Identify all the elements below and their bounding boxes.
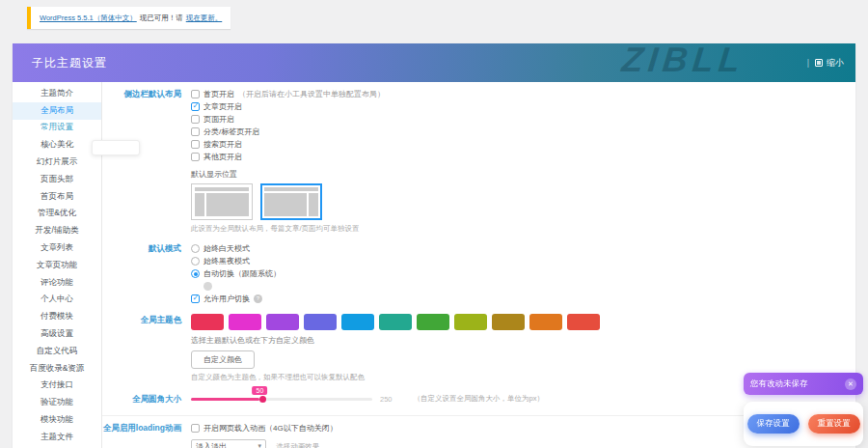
radio-dark-mode[interactable]: 始终黑夜模式 — [191, 255, 846, 267]
checkbox-other-enable[interactable]: 其他页开启 — [191, 151, 846, 163]
settings-main: 侧边栏默认布局 首页开启 （开启后请在小工具设置中单独配置布局） 文章页开启 页… — [102, 82, 855, 448]
panel-header: 子比主题设置 ZIBLL | 缩小 — [13, 43, 855, 82]
sidebar-item-comments[interactable]: 评论功能 — [13, 274, 101, 292]
checkbox-post-enable[interactable]: 文章页开启 — [191, 100, 846, 113]
radius-slider[interactable]: 50 — [191, 398, 372, 401]
color-swatch[interactable] — [567, 314, 600, 330]
collapse-panel-button[interactable]: | 缩小 — [807, 43, 844, 82]
radio-light-mode[interactable]: 始终白天模式 — [191, 242, 846, 255]
actions-card: 保存设置 重置设置 — [744, 402, 863, 446]
sidebar-item-payment-api[interactable]: 支付接口 — [13, 378, 101, 395]
custom-color-button[interactable]: 自定义颜色 — [191, 350, 255, 369]
setting-label: 默认模式 — [102, 242, 191, 305]
setting-label: 全局主题色 — [102, 314, 191, 382]
animation-note: 选择动画效果 — [276, 442, 319, 448]
color-hint: 选择主题默认色或在下方自定义颜色 — [191, 335, 846, 346]
color-swatch[interactable] — [417, 314, 449, 330]
settings-sidebar: 主题简介 全局布局 常用设置 核心美化 幻灯片展示 页面头部 首页布局 管理&优… — [13, 82, 102, 448]
color-swatch[interactable] — [454, 314, 487, 330]
zibll-watermark: ZIBLL — [620, 43, 746, 80]
mode-extra-icon — [203, 282, 212, 291]
checkbox-search-enable[interactable]: 搜索页开启 — [191, 138, 846, 151]
close-icon[interactable]: ✕ — [845, 378, 856, 390]
chevron-down-icon: ▾ — [258, 442, 261, 448]
sidebar-item-advanced[interactable]: 高级设置 — [13, 325, 101, 343]
radio-auto-mode[interactable]: 自动切换（跟随系统） — [191, 267, 846, 280]
sidebar-item-verification[interactable]: 验证功能 — [13, 394, 101, 411]
checkbox-icon[interactable] — [191, 90, 200, 98]
color-swatch[interactable] — [492, 314, 525, 330]
slider-thumb[interactable] — [259, 396, 266, 403]
collapse-label: 缩小 — [827, 57, 844, 70]
notice-text: 现已可用！请 — [140, 14, 183, 23]
sidebar-item-core-beautify[interactable]: 核心美化 — [13, 136, 101, 154]
sidebar-item-post-page[interactable]: 文章页功能 — [13, 257, 101, 274]
sidebar-item-theme-files[interactable]: 主题文件 — [13, 429, 101, 446]
sidebar-item-paid-modules[interactable]: 付费模块 — [13, 308, 101, 325]
help-icon[interactable]: ? — [254, 294, 262, 303]
update-now-link[interactable]: 现在更新。 — [186, 14, 223, 23]
layout-thumb-sidebar-right[interactable] — [260, 183, 322, 220]
layout-thumb-sidebar-left[interactable] — [191, 183, 253, 220]
slider-note: （自定义设置全局圆角大小，单位为px） — [414, 394, 544, 404]
color-swatch[interactable] — [229, 314, 261, 330]
setting-row-default-mode: 默认模式 始终白天模式 始终黑夜模式 自动切换（跟随系统） — [102, 242, 846, 305]
checkbox-home-enable[interactable]: 首页开启 （开启后请在小工具设置中单独配置布局） — [191, 88, 846, 100]
slider-fill — [191, 398, 259, 401]
checkbox-icon[interactable] — [191, 294, 200, 303]
tooltip-popup — [92, 140, 140, 155]
color-swatch[interactable] — [379, 314, 412, 330]
color-swatch[interactable] — [341, 314, 374, 330]
checkbox-allow-user-switch[interactable]: 允许用户切换 ? — [191, 293, 846, 305]
sidebar-item-slideshow[interactable]: 幻灯片展示 — [13, 154, 101, 171]
checkbox-page-enable[interactable]: 页面开启 — [191, 113, 846, 126]
setting-row-theme-color: 全局主题色 选择主题默认色或在下 — [102, 314, 846, 382]
sidebar-item-baidu-resources[interactable]: 百度收录&资源 — [13, 360, 101, 378]
sidebar-item-user-center[interactable]: 个人中心 — [13, 292, 101, 309]
shrink-icon — [815, 59, 823, 67]
checkbox-icon[interactable] — [191, 424, 200, 433]
radio-icon[interactable] — [191, 244, 200, 253]
sidebar-item-home-layout[interactable]: 首页布局 — [13, 188, 101, 206]
sidebar-item-global-layout[interactable]: 全局布局 — [13, 102, 101, 120]
sidebar-item-post-list[interactable]: 文章列表 — [13, 239, 101, 257]
checkbox-icon[interactable] — [191, 102, 200, 111]
radio-icon[interactable] — [191, 257, 200, 266]
checkbox-icon[interactable] — [191, 140, 200, 149]
floating-save-area: 您有改动未保存 ✕ 保存设置 重置设置 — [744, 373, 863, 446]
color-swatch[interactable] — [529, 314, 562, 330]
checkbox-category-enable[interactable]: 分类/标签页开启 — [191, 126, 846, 138]
position-title: 默认显示位置 — [191, 169, 846, 180]
sidebar-item-manage-optimize[interactable]: 管理&优化 — [13, 206, 101, 223]
setting-label: 侧边栏默认布局 — [102, 88, 191, 234]
save-button[interactable]: 保存设置 — [747, 414, 800, 434]
layout-note: 此设置为全局默认布局，每篇文章/页面均可单独设置 — [191, 224, 846, 234]
sidebar-item-module-features[interactable]: 模块功能 — [13, 411, 101, 429]
color-swatch[interactable] — [266, 314, 299, 330]
color-swatches — [191, 314, 846, 330]
sidebar-item-common-settings[interactable]: 常用设置 — [13, 120, 101, 137]
unsaved-changes-banner: 您有改动未保存 ✕ — [744, 373, 863, 395]
setting-row-sidebar-layout: 侧边栏默认布局 首页开启 （开启后请在小工具设置中单独配置布局） 文章页开启 页… — [102, 88, 846, 234]
color-swatch[interactable] — [191, 314, 224, 330]
checkbox-icon[interactable] — [191, 115, 200, 124]
sidebar-item-page-header[interactable]: 页面头部 — [13, 171, 101, 188]
sidebar-item-theme-intro[interactable]: 主题简介 — [13, 85, 101, 102]
sidebar-item-dev-tools[interactable]: 开发/辅助类 — [13, 222, 101, 239]
theme-settings-panel: 子比主题设置 ZIBLL | 缩小 主题简介 全局布局 常用设置 核心美化 幻灯… — [13, 43, 855, 448]
setting-label: 全局启用loading动画 — [102, 422, 191, 448]
wp-version-link[interactable]: WordPress 5.5.1（简体中文） — [40, 14, 137, 23]
setting-label: 全局圆角大小 — [102, 393, 191, 406]
setting-row-loading: 全局启用loading动画 开启网页载入动画（4G以下自动关闭） 淡入淡出 ▾ … — [102, 415, 846, 448]
checkbox-icon[interactable] — [191, 153, 200, 161]
color-swatch[interactable] — [304, 314, 337, 330]
slider-value-badge: 50 — [253, 386, 268, 395]
checkbox-icon[interactable] — [191, 127, 200, 136]
page-title: 子比主题设置 — [13, 55, 107, 71]
wp-update-notice: WordPress 5.5.1（简体中文） 现已可用！请 现在更新。 — [27, 7, 231, 29]
reset-button[interactable]: 重置设置 — [808, 414, 860, 434]
slider-max-label: 250 — [380, 395, 393, 404]
sidebar-item-custom-code[interactable]: 自定义代码 — [13, 343, 101, 360]
animation-select[interactable]: 淡入淡出 ▾ — [191, 439, 266, 448]
radio-icon[interactable] — [191, 269, 200, 278]
